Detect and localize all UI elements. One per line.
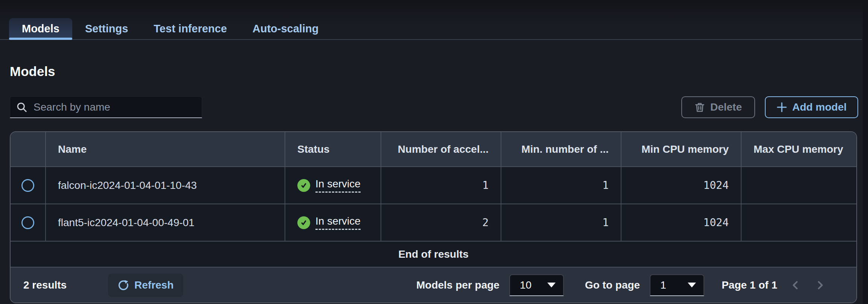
refresh-button-label: Refresh bbox=[134, 279, 174, 291]
min-number-cell: 1 bbox=[501, 167, 621, 204]
row-select-cell bbox=[11, 204, 45, 241]
go-to-page-value: 1 bbox=[660, 279, 666, 291]
tab-settings-label: Settings bbox=[85, 23, 128, 35]
tab-auto-scaling[interactable]: Auto-scaling bbox=[240, 18, 332, 39]
page-edge-shade bbox=[863, 0, 868, 304]
search-box bbox=[10, 96, 202, 118]
tab-settings[interactable]: Settings bbox=[72, 18, 141, 39]
accelerators-cell: 2 bbox=[381, 204, 501, 241]
tabs-bar: Models Settings Test inference Auto-scal… bbox=[0, 0, 862, 40]
status-label[interactable]: In service bbox=[315, 178, 361, 193]
table-row: flant5-ic2024-01-04-00-49-01 In service … bbox=[11, 204, 856, 241]
table-header-row: Name Status Number of accel... Min. numb… bbox=[11, 132, 856, 166]
go-to-page-select[interactable]: 1 bbox=[650, 274, 704, 296]
end-of-results: End of results bbox=[11, 241, 856, 267]
column-header-name: Name bbox=[45, 132, 285, 166]
table-footer: 2 results Refresh Models per page 10 Go … bbox=[11, 267, 856, 302]
results-count: 2 results bbox=[23, 279, 67, 291]
tab-test-inference[interactable]: Test inference bbox=[141, 18, 239, 39]
toolbar: Delete Add model bbox=[10, 96, 858, 118]
tab-models-label: Models bbox=[22, 23, 59, 35]
column-header-min-number: Min. number of ... bbox=[501, 132, 621, 166]
table-row: falcon-ic2024-01-04-01-10-43 In service … bbox=[11, 166, 856, 204]
caret-down-icon bbox=[547, 283, 556, 287]
delete-button-label: Delete bbox=[710, 101, 742, 113]
min-number-cell: 1 bbox=[501, 204, 621, 241]
column-header-min-cpu-memory: Min CPU memory bbox=[621, 132, 741, 166]
column-header-accelerators: Number of accel... bbox=[381, 132, 501, 166]
status-label[interactable]: In service bbox=[315, 215, 361, 230]
models-table: Name Status Number of accel... Min. numb… bbox=[10, 131, 857, 303]
chevron-left-icon bbox=[790, 280, 800, 290]
page-title: Models bbox=[10, 64, 868, 79]
go-to-page-label: Go to page bbox=[585, 279, 640, 291]
delete-button[interactable]: Delete bbox=[681, 96, 755, 118]
min-cpu-memory-cell: 1024 bbox=[621, 167, 741, 204]
plus-icon bbox=[777, 102, 787, 112]
magnifier-icon bbox=[16, 102, 27, 113]
add-model-button[interactable]: Add model bbox=[765, 96, 858, 118]
model-name-cell: flant5-ic2024-01-04-00-49-01 bbox=[45, 204, 285, 241]
row-radio-button[interactable] bbox=[21, 179, 34, 192]
models-per-page-value: 10 bbox=[520, 279, 531, 291]
accelerators-cell: 1 bbox=[381, 167, 501, 204]
max-cpu-memory-cell bbox=[741, 167, 856, 204]
circular-arrow-icon bbox=[118, 280, 129, 291]
status-cell: In service bbox=[285, 204, 381, 241]
min-cpu-memory-cell: 1024 bbox=[621, 204, 741, 241]
tab-test-inference-label: Test inference bbox=[154, 23, 227, 35]
refresh-button[interactable]: Refresh bbox=[108, 274, 183, 297]
row-select-cell bbox=[11, 167, 45, 204]
models-per-page-label: Models per page bbox=[416, 279, 499, 291]
status-cell: In service bbox=[285, 167, 381, 204]
trash-icon bbox=[694, 102, 705, 112]
page-indicator: Page 1 of 1 bbox=[722, 279, 777, 291]
pagination-controls: Models per page 10 Go to page 1 Page 1 o… bbox=[416, 274, 828, 296]
status-badge: In service bbox=[297, 178, 361, 193]
max-cpu-memory-cell bbox=[741, 204, 856, 241]
caret-down-icon bbox=[688, 283, 696, 287]
status-badge: In service bbox=[297, 215, 361, 230]
row-radio-button[interactable] bbox=[21, 216, 34, 229]
previous-page-button[interactable] bbox=[787, 277, 804, 293]
toolbar-actions: Delete Add model bbox=[681, 96, 858, 118]
check-circle-icon bbox=[297, 216, 310, 229]
next-page-button[interactable] bbox=[812, 277, 828, 293]
column-header-status: Status bbox=[285, 132, 381, 166]
check-circle-icon bbox=[297, 179, 310, 192]
chevron-right-icon bbox=[815, 280, 825, 290]
tab-models[interactable]: Models bbox=[9, 18, 72, 39]
add-model-button-label: Add model bbox=[792, 101, 847, 113]
header-select-column bbox=[11, 132, 45, 166]
models-per-page-select[interactable]: 10 bbox=[509, 274, 564, 296]
model-name-cell: falcon-ic2024-01-04-01-10-43 bbox=[45, 167, 285, 204]
tab-auto-scaling-label: Auto-scaling bbox=[253, 23, 319, 35]
column-header-max-cpu-memory: Max CPU memory bbox=[741, 132, 856, 166]
search-input[interactable] bbox=[34, 101, 196, 113]
